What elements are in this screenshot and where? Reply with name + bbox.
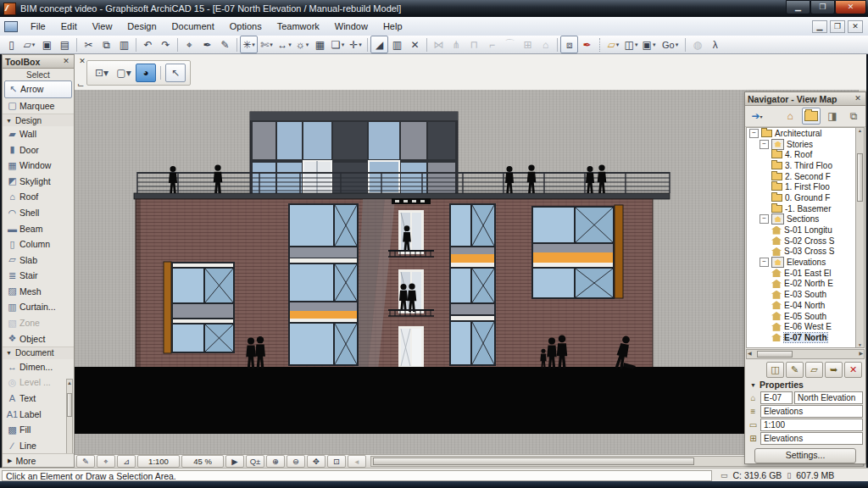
tree-item-e-01-east-el[interactable]: E-01 East El	[747, 268, 864, 279]
view-window-button[interactable]: ◫▾	[622, 36, 640, 53]
toolbox-section-design[interactable]: ▼Design	[3, 114, 74, 126]
tree-item-stories[interactable]: −Stories	[747, 139, 864, 150]
tree-item-4-roof[interactable]: 4. Roof	[747, 149, 864, 160]
magic-slope-button[interactable]: ◢	[370, 36, 388, 53]
settings-button[interactable]: Settings...	[754, 448, 856, 463]
drawing-scale-button[interactable]: 1:100	[137, 455, 180, 468]
menu-options[interactable]: Options	[222, 19, 270, 34]
toolbox-close-icon[interactable]: ✕	[61, 57, 71, 66]
marquee-select-button[interactable]: ⊡▾	[92, 64, 112, 82]
tree-expander-icon[interactable]: −	[760, 140, 769, 149]
view-id-field[interactable]: E-07	[760, 391, 793, 404]
tool-column[interactable]: ▯Column	[3, 236, 74, 252]
tree-horizontal-scrollbar[interactable]: ◀▶	[746, 349, 865, 359]
tree-item-e-05-south[interactable]: E-05 South	[747, 311, 864, 322]
tree-item-s-01-longitu[interactable]: S-01 Longitu	[747, 225, 864, 236]
tool-marquee[interactable]: ▢Marquee	[3, 98, 74, 114]
view-type-field[interactable]: Elevations	[760, 405, 863, 418]
tree-item-3-third-floo[interactable]: 3. Third Floo	[747, 160, 864, 171]
anchor-point-button[interactable]: ✛▾	[347, 36, 364, 53]
layout-book-button[interactable]: ◨	[823, 108, 842, 125]
tool-arrow[interactable]: ↖Arrow	[4, 80, 72, 98]
view-scale-field[interactable]: 1:100	[760, 419, 863, 431]
layout-book-button[interactable]: ▣▾	[640, 36, 658, 53]
minimize-button[interactable]: ▁	[786, 0, 810, 14]
menu-document[interactable]: Document	[164, 19, 222, 34]
marquee-area-button[interactable]: ▢▾	[114, 64, 134, 82]
tree-item-2-second-f[interactable]: 2. Second F	[747, 171, 864, 182]
tree-vertical-scrollbar[interactable]: ▲▼	[855, 128, 864, 347]
virtual-trace-button[interactable]: ⊿	[117, 455, 136, 468]
properties-header[interactable]: ▼ Properties	[745, 379, 865, 391]
markup-pen-button[interactable]: ✒	[578, 36, 596, 53]
project-map-button[interactable]: ⌂	[781, 108, 799, 125]
frame-select-button[interactable]: ⧈	[560, 36, 578, 53]
tool-dimen[interactable]: ↔Dimen...	[3, 359, 74, 375]
column-grid-button[interactable]: ▥	[388, 36, 406, 53]
tree-item-e-02-north-e[interactable]: E-02 North E	[747, 279, 864, 290]
open-file-button[interactable]: ▱▾	[20, 36, 38, 53]
project-chooser-button[interactable]: ➔▾	[748, 108, 766, 125]
view-map-button[interactable]	[802, 108, 821, 125]
toolbox-section-document[interactable]: ▼Document	[3, 347, 74, 359]
tree-item-architectural[interactable]: −Architectural	[747, 128, 864, 139]
tree-item-e-06-west-e[interactable]: E-06 West E	[747, 321, 864, 332]
zoom-menu-button[interactable]: ▶	[225, 455, 244, 468]
tool-beam[interactable]: ▬Beam	[3, 220, 74, 236]
tree-item-e-04-north[interactable]: E-04 North	[747, 300, 864, 311]
open-settings-button[interactable]: ➥	[825, 362, 843, 378]
tree-item-s-03-cross-s[interactable]: S-03 Cross S	[747, 247, 864, 258]
zoom-level-button[interactable]: 45 %	[181, 455, 224, 468]
maximize-button[interactable]: ❐	[810, 0, 835, 14]
tool-wall[interactable]: ▰Wall	[3, 126, 74, 142]
clear-x-button[interactable]: ✕	[406, 36, 424, 53]
zoom-out-button[interactable]: ⊖	[287, 455, 305, 468]
quick-selection-magnet-button[interactable]: ◕	[136, 64, 156, 82]
tool-mesh[interactable]: ▨Mesh	[3, 284, 74, 300]
cut-button[interactable]: ✂	[80, 36, 97, 53]
tree-expander-icon[interactable]: −	[760, 214, 769, 224]
menu-file[interactable]: File	[23, 19, 53, 34]
menu-help[interactable]: Help	[376, 19, 410, 34]
tool-shell[interactable]: ◠Shell	[3, 205, 74, 221]
tool-skylight[interactable]: ◩Skylight	[3, 174, 74, 190]
print-button[interactable]: ▤	[56, 36, 74, 53]
fit-in-window-button[interactable]: ⊡	[327, 455, 346, 468]
view-name-field[interactable]: North Elevation	[794, 391, 863, 404]
tree-expander-icon[interactable]: −	[760, 258, 769, 267]
arrow-cursor-button[interactable]: ↖	[165, 64, 186, 82]
trim-elements-button[interactable]: ✄▾	[258, 36, 275, 53]
tool-label[interactable]: A1Label	[3, 406, 74, 422]
toolbox-header[interactable]: ToolBox ✕	[3, 55, 74, 69]
viewmap-folder-button[interactable]: ▱▾	[604, 36, 622, 53]
go-menu-button[interactable]: Go▾	[658, 36, 682, 53]
menu-window[interactable]: Window	[327, 19, 376, 34]
tree-item-e-03-south[interactable]: E-03 South	[747, 289, 864, 300]
publisher-button[interactable]: ⧉	[844, 108, 863, 125]
view-layout-field[interactable]: Elevations	[760, 432, 863, 445]
tree-expander-icon[interactable]: −	[749, 129, 759, 138]
mdi-minimize-button[interactable]: ▁	[812, 20, 827, 33]
save-button[interactable]: ▣	[38, 36, 56, 53]
grid-display-button[interactable]: ▦	[311, 36, 329, 53]
find-select-button[interactable]: ⌖	[181, 36, 198, 53]
menu-edit[interactable]: Edit	[53, 19, 85, 34]
tool-line[interactable]: ∕Line	[3, 438, 74, 453]
model-view-options-button[interactable]: ⌖	[97, 455, 115, 468]
tree-item--1-basemer[interactable]: -1. Basemer	[747, 203, 864, 214]
tree-item-s-02-cross-s[interactable]: S-02 Cross S	[747, 236, 864, 247]
delete-button[interactable]: ✕	[844, 362, 862, 378]
suspend-groups-button[interactable]: ✳▾	[240, 36, 258, 53]
tool-fill[interactable]: ▩Fill	[3, 422, 74, 438]
tool-curtain[interactable]: ▥Curtain...	[3, 299, 74, 315]
toolbox-scrollbar[interactable]: ▲▼	[66, 379, 73, 453]
tree-item-e-07-north[interactable]: E-07 North	[747, 332, 864, 343]
redo-button[interactable]: ↷	[157, 36, 175, 53]
inject-parameters-button[interactable]: ✎	[216, 36, 234, 53]
dimension-button[interactable]: ↔▾	[275, 36, 293, 53]
zoom-options-button[interactable]: Q±	[246, 455, 264, 468]
navigator-close-icon[interactable]: ✕	[853, 94, 863, 103]
tree-item-sections[interactable]: −Sections	[747, 214, 864, 225]
walk-explore-button[interactable]: λ	[706, 36, 724, 53]
undo-button[interactable]: ↶	[139, 36, 157, 53]
